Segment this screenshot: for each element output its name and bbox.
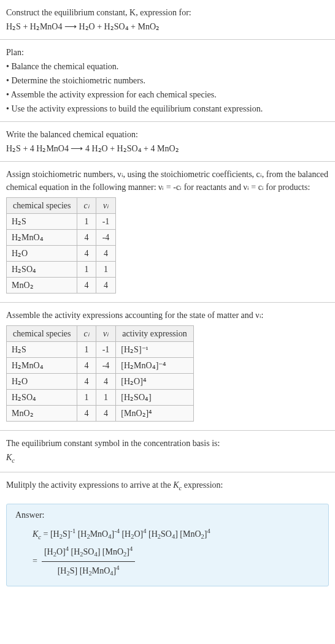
cell-nui: 4 [96, 278, 116, 294]
cell-species: H₂MnO₄ [7, 358, 77, 374]
cell-species: MnO₂ [7, 278, 77, 294]
fraction-numerator: [H2O]4 [H2SO4] [MnO2]4 [42, 543, 135, 561]
plan-item-3: • Assemble the activity expression for e… [6, 88, 329, 101]
multiply-section: Mulitply the activity expressions to arr… [0, 472, 335, 499]
cell-nui: -4 [96, 230, 116, 246]
multiply-text: Mulitply the activity expressions to arr… [6, 479, 329, 493]
balanced-intro: Write the balanced chemical equation: [6, 128, 329, 141]
symbol-kc: Kc [6, 451, 329, 466]
fraction-denominator: [H2S] [H2MnO4]4 [42, 562, 135, 580]
cell-ci: 4 [77, 278, 96, 294]
cell-nui: 1 [96, 390, 116, 406]
activity-table: chemical species cᵢ νᵢ activity expressi… [6, 325, 194, 422]
stoich-table: chemical species cᵢ νᵢ H₂S 1 -1 H₂MnO₄ 4… [6, 197, 116, 294]
cell-species: H₂MnO₄ [7, 230, 77, 246]
col-ci: cᵢ [77, 326, 96, 342]
cell-ci: 4 [77, 358, 96, 374]
balanced-section: Write the balanced chemical equation: H₂… [0, 122, 335, 162]
cell-nui: -1 [96, 342, 116, 358]
symbol-text: The equilibrium constant symbol in the c… [6, 437, 329, 450]
multiply-span: Mulitply the activity expressions to arr… [6, 480, 223, 490]
cell-ci: 4 [77, 374, 96, 390]
answer-label: Answer: [15, 510, 320, 520]
cell-ci: 1 [77, 390, 96, 406]
plan-item-2: • Determine the stoichiometric numbers. [6, 74, 329, 87]
cell-activity: [H₂SO₄] [116, 390, 193, 406]
cell-ci: 4 [77, 230, 96, 246]
cell-nui: -1 [96, 214, 116, 230]
cell-nui: 4 [96, 406, 116, 422]
cell-species: H₂S [7, 214, 77, 230]
col-nui: νᵢ [96, 198, 116, 214]
cell-ci: 4 [77, 406, 96, 422]
cell-nui: 4 [96, 246, 116, 262]
symbol-section: The equilibrium constant symbol in the c… [0, 431, 335, 472]
table-row: H₂MnO₄ 4 -4 [7, 230, 116, 246]
plan-item-1: • Balance the chemical equation. [6, 60, 329, 73]
col-nui: νᵢ [96, 326, 116, 342]
cell-activity: [H₂S]⁻¹ [116, 342, 193, 358]
problem-statement: Construct the equilibrium constant, K, e… [0, 0, 335, 40]
cell-ci: 1 [77, 214, 96, 230]
assign-section: Assign stoichiometric numbers, νᵢ, using… [0, 162, 335, 303]
col-activity: activity expression [116, 326, 193, 342]
col-species: chemical species [7, 198, 77, 214]
plan-section: Plan: • Balance the chemical equation. •… [0, 40, 335, 122]
reaction-unbalanced: H₂S + H₂MnO4 ⟶ H₂O + H₂SO₄ + MnO₂ [6, 20, 329, 33]
cell-species: MnO₂ [7, 406, 77, 422]
cell-nui: 1 [96, 262, 116, 278]
table-row: H₂O 4 4 [H₂O]⁴ [7, 374, 194, 390]
answer-eq1: Kc = [H2S]-1 [H2MnO4]-4 [H2O]4 [H2SO4] [… [33, 525, 320, 543]
cell-ci: 4 [77, 246, 96, 262]
table-row: MnO₂ 4 4 [MnO₂]⁴ [7, 406, 194, 422]
table-row: chemical species cᵢ νᵢ activity expressi… [7, 326, 194, 342]
cell-activity: [MnO₂]⁴ [116, 406, 193, 422]
answer-fraction: [H2O]4 [H2SO4] [MnO2]4 [H2S] [H2MnO4]4 [42, 543, 135, 580]
table-row: H₂SO₄ 1 1 [H₂SO₄] [7, 390, 194, 406]
cell-nui: 4 [96, 374, 116, 390]
answer-box: Answer: Kc = [H2S]-1 [H2MnO4]-4 [H2O]4 [… [6, 504, 329, 586]
table-row: H₂S 1 -1 [7, 214, 116, 230]
table-row: H₂O 4 4 [7, 246, 116, 262]
cell-activity: [H₂O]⁴ [116, 374, 193, 390]
plan-title: Plan: [6, 46, 329, 59]
cell-nui: -4 [96, 358, 116, 374]
cell-species: H₂S [7, 342, 77, 358]
construct-text: Construct the equilibrium constant, K, e… [6, 8, 191, 17]
assemble-section: Assemble the activity expressions accoun… [0, 303, 335, 431]
table-row: chemical species cᵢ νᵢ [7, 198, 116, 214]
construct-line: Construct the equilibrium constant, K, e… [6, 6, 329, 19]
cell-ci: 1 [77, 262, 96, 278]
cell-species: H₂SO₄ [7, 262, 77, 278]
assign-text: Assign stoichiometric numbers, νᵢ, using… [6, 168, 329, 194]
assemble-text: Assemble the activity expressions accoun… [6, 309, 329, 322]
table-row: H₂SO₄ 1 1 [7, 262, 116, 278]
balanced-equation: H₂S + 4 H₂MnO4 ⟶ 4 H₂O + H₂SO₄ + 4 MnO₂ [6, 142, 329, 155]
col-species: chemical species [7, 326, 77, 342]
answer-eq2: = [H2O]4 [H2SO4] [MnO2]4 [H2S] [H2MnO4]4 [33, 543, 320, 580]
cell-ci: 1 [77, 342, 96, 358]
table-row: H₂S 1 -1 [H₂S]⁻¹ [7, 342, 194, 358]
table-row: MnO₂ 4 4 [7, 278, 116, 294]
cell-species: H₂O [7, 246, 77, 262]
cell-activity: [H₂MnO₄]⁻⁴ [116, 358, 193, 374]
col-ci: cᵢ [77, 198, 96, 214]
kc-symbol: Kc [6, 453, 15, 462]
cell-species: H₂O [7, 374, 77, 390]
cell-species: H₂SO₄ [7, 390, 77, 406]
table-row: H₂MnO₄ 4 -4 [H₂MnO₄]⁻⁴ [7, 358, 194, 374]
plan-item-4: • Use the activity expressions to build … [6, 102, 329, 115]
